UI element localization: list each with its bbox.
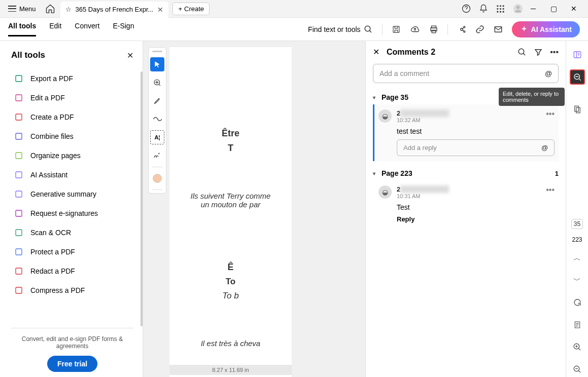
svg-point-3 [503,5,504,7]
tool-item[interactable]: AI Assistant [11,166,133,184]
scrollbar[interactable] [141,71,143,326]
tab-edit[interactable]: Edit [49,22,61,36]
save-icon[interactable] [392,25,401,34]
comment-more-icon[interactable]: ••• [546,185,555,195]
toolbar-right: Find text or tools AI Assistant [308,21,580,37]
mention-icon[interactable]: @ [545,69,552,78]
svg-point-9 [503,11,504,12]
tab-esign[interactable]: E-Sign [113,22,134,36]
tool-item-icon [14,132,23,141]
tool-item-icon [14,209,23,218]
tool-item-label: Generative summary [30,190,96,198]
menu-button[interactable]: Menu [4,3,40,15]
tab-title: 365 Days of French Expr... [76,6,154,13]
comments-title: Comments 2 [387,48,510,57]
draw-tool[interactable] [150,112,164,126]
doc-text-line: Ils suivent Terry comme un mouton de par [190,192,271,209]
page-down-icon[interactable]: ﹀ [570,273,585,288]
doc-text-line: Être [190,128,271,139]
svg-point-11 [516,6,520,9]
create-button[interactable]: + Create [172,3,210,15]
link-icon[interactable] [475,25,485,34]
close-window-button[interactable]: ✕ [564,5,584,13]
tool-item-label: Request e-signatures [30,209,98,217]
comment-tool[interactable] [150,76,164,90]
email-icon[interactable] [494,25,503,34]
add-comment-input[interactable]: Add a comment @ [373,64,559,83]
tool-item[interactable]: Edit a PDF [11,89,133,107]
comment-text: test test [397,127,555,135]
doc-text-line: Ê [190,262,271,273]
all-tools-panel: All tools ✕ Export a PDFEdit a PDFCreate… [0,41,143,377]
minimize-button[interactable]: ─ [523,5,543,13]
tool-item[interactable]: Redact a PDF [11,262,133,280]
find-button[interactable]: Find text or tools [308,25,373,34]
tool-item[interactable]: Scan & OCR [11,223,133,242]
panel-footer: Convert, edit and e-sign PDF forms & agr… [11,328,133,372]
pdf-page[interactable]: Être T Ils suivent Terry comme un mouton… [169,47,292,377]
avatar-icon: ◒ [378,109,392,123]
tool-item[interactable]: Generative summary [11,185,133,203]
tool-item[interactable]: Organize pages [11,146,133,165]
free-trial-button[interactable]: Free trial [47,356,97,372]
comment-more-icon[interactable]: ••• [546,109,555,119]
tool-item[interactable]: Protect a PDF [11,243,133,261]
home-button[interactable] [45,4,55,14]
bell-icon[interactable] [479,4,488,13]
tool-item-label: Export a PDF [30,74,73,83]
panel-toggle-icon[interactable] [570,47,585,62]
doc-text-line [190,158,271,166]
bookmarks-icon[interactable] [570,102,585,117]
zoom-out-icon[interactable] [570,362,585,377]
tool-item[interactable]: Export a PDF [11,69,133,88]
tool-item-icon [14,247,23,256]
reply-link[interactable]: Reply [397,215,555,223]
document-tab[interactable]: ☆ 365 Days of French Expr... ✕ [60,2,169,18]
tool-item[interactable]: Create a PDF [11,108,133,126]
print-icon[interactable] [429,25,438,34]
profile-icon[interactable] [513,4,523,14]
highlight-tool[interactable] [150,94,164,108]
color-tool[interactable] [150,171,164,185]
tab-all-tools[interactable]: All tools [8,22,36,36]
tool-item[interactable]: Combine files [11,127,133,145]
more-comments-icon[interactable]: ••• [550,48,559,57]
comment-card[interactable]: ◒2xxxxx10:31 AM•••TestReply [373,180,559,228]
ai-assistant-button[interactable]: AI Assistant [512,21,580,37]
close-panel-button[interactable]: ✕ [127,51,133,60]
tool-item-label: Create a PDF [30,113,74,121]
create-label: Create [184,5,204,13]
zoom-in-icon[interactable] [570,340,585,355]
drag-handle-icon[interactable] [152,51,162,52]
text-tool[interactable]: A¦ [150,130,164,144]
rotate-icon[interactable] [570,295,585,310]
mention-icon[interactable]: @ [541,144,548,152]
help-icon[interactable] [462,4,471,13]
sign-tool[interactable] [150,148,164,163]
comment-card[interactable]: ◒2xxxxx10:32 AM•••test testAdd a reply@ [373,104,559,161]
page-view-icon[interactable] [570,317,585,332]
cloud-upload-icon[interactable] [410,25,420,34]
close-comments-button[interactable]: ✕ [373,47,379,57]
page-indicator-35[interactable]: 35 [571,219,583,229]
svg-rect-23 [16,114,22,120]
reply-input[interactable]: Add a reply@ [397,139,555,156]
page-indicator-223[interactable]: 223 [572,236,582,243]
search-comments-icon[interactable] [517,48,527,57]
tab-close-button[interactable]: ✕ [157,6,163,14]
tool-item-icon [14,228,23,237]
main-area: All tools ✕ Export a PDFEdit a PDFCreate… [0,41,588,377]
svg-rect-16 [432,30,436,32]
maximize-button[interactable]: ▢ [543,5,564,13]
tool-item[interactable]: Compress a PDF [11,281,133,299]
tool-item[interactable]: Request e-signatures [11,204,133,222]
page-up-icon[interactable]: ︿ [570,250,585,266]
right-rail: Edit, delete, or reply to comments 35 22… [566,41,588,377]
share-icon[interactable] [457,25,466,34]
apps-icon[interactable] [496,5,505,13]
comments-rail-icon[interactable] [570,69,585,85]
tab-convert[interactable]: Convert [75,22,99,36]
select-tool[interactable] [150,57,164,71]
page-group-header[interactable]: ▾Page 2231 [373,166,559,180]
filter-comments-icon[interactable] [534,48,543,57]
